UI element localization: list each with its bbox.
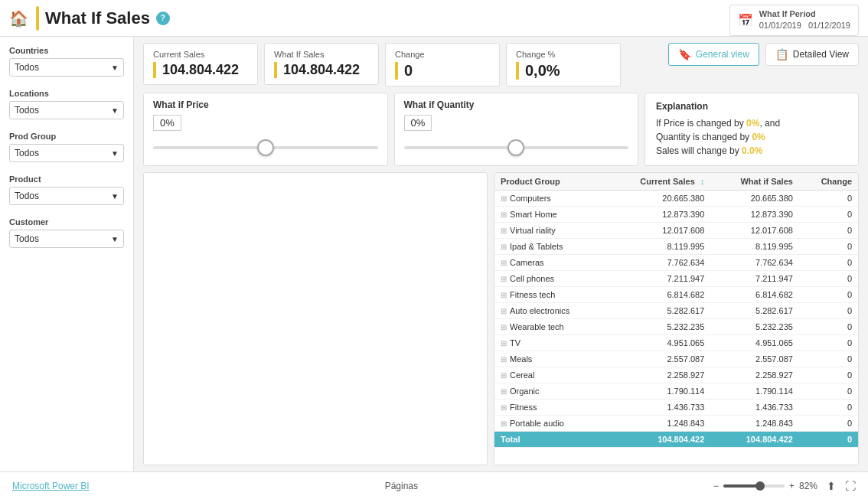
kpi-whatif-sales: What If Sales 104.804.422	[264, 43, 379, 85]
filter-customer-label: Customer	[9, 217, 124, 227]
pages-label: Páginas	[385, 481, 418, 491]
bottom-row: Product Group Current Sales ↕ What if Sa…	[143, 172, 859, 465]
zoom-track[interactable]	[723, 484, 785, 488]
quantity-slider-thumb[interactable]	[507, 139, 524, 156]
fullscreen-icon[interactable]: ⛶	[845, 480, 856, 492]
table-row: ⊞Wearable tech 5.232.235 5.232.235 0	[494, 319, 858, 335]
kpi-row: Current Sales 104.804.422 What If Sales …	[143, 43, 859, 86]
top-bar: 🏠 What If Sales ? 📅 What If Period 01/01…	[0, 0, 868, 37]
table-row: ⊞Cell phones 7.211.947 7.211.947 0	[494, 271, 858, 287]
row-expand-icon: ⊞	[501, 275, 507, 283]
kpi-change: Change 0	[385, 43, 500, 86]
sliders-section: What if Price 0% What if Quantity 0%	[143, 93, 638, 166]
row-expand-icon: ⊞	[501, 323, 507, 331]
calendar-icon: 📅	[738, 13, 753, 28]
col-product-group: Product Group	[494, 173, 605, 191]
kpi-current-sales: Current Sales 104.804.422	[143, 43, 258, 85]
col-whatif-sales: What if Sales	[710, 173, 799, 191]
filter-prodgroup: Prod Group Todos ▼	[9, 132, 124, 162]
row-expand-icon: ⊞	[501, 291, 507, 299]
row-expand-icon: ⊞	[501, 194, 507, 203]
chart-area	[143, 172, 488, 465]
col-change: Change	[799, 173, 858, 191]
filter-prodgroup-label: Prod Group	[9, 132, 124, 141]
footer: Microsoft Power BI Páginas − + 82% ⬆ ⛶	[0, 471, 868, 499]
footer-right: − + 82% ⬆ ⛶	[713, 480, 856, 492]
sort-icon: ↕	[700, 177, 705, 186]
filter-countries-select[interactable]: Todos ▼	[9, 58, 124, 77]
product-table: Product Group Current Sales ↕ What if Sa…	[494, 173, 858, 448]
row-expand-icon: ⊞	[501, 339, 507, 347]
filter-locations-select[interactable]: Todos ▼	[9, 101, 124, 119]
table-row: ⊞Cameras 7.762.634 7.762.634 0	[494, 255, 858, 271]
list-icon: 📋	[775, 48, 788, 60]
table-row: ⊞Auto electronics 5.282.617 5.282.617 0	[494, 303, 858, 319]
home-icon[interactable]: 🏠	[9, 9, 28, 28]
zoom-control: − + 82%	[713, 481, 817, 491]
filter-customer-select[interactable]: Todos ▼	[9, 230, 124, 248]
powerbi-link[interactable]: Microsoft Power BI	[12, 481, 90, 491]
view-buttons: 🔖 General view 📋 Detailed View	[668, 43, 859, 66]
quantity-slider-track[interactable]	[404, 146, 629, 149]
table-row: ⊞Organic 1.790.114 1.790.114 0	[494, 383, 858, 400]
detailed-view-button[interactable]: 📋 Detailed View	[765, 43, 859, 66]
period-label: What If Period	[759, 8, 850, 20]
table-area: Product Group Current Sales ↕ What if Sa…	[494, 172, 859, 465]
general-view-button[interactable]: 🔖 General view	[668, 43, 759, 66]
filter-product-label: Product	[9, 174, 124, 184]
table-row: ⊞Ipad & Tablets 8.119.995 8.119.995 0	[494, 239, 858, 255]
col-current-sales[interactable]: Current Sales ↕	[605, 173, 710, 191]
title-bar: What If Sales ?	[36, 6, 170, 31]
period-widget: 📅 What If Period 01/01/2019 01/12/2019	[729, 5, 859, 36]
chevron-down-icon: ▼	[111, 235, 119, 243]
filter-locations-label: Locations	[9, 89, 124, 98]
filter-product-select[interactable]: Todos ▼	[9, 187, 124, 205]
row-expand-icon: ⊞	[501, 259, 507, 267]
bookmark-icon: 🔖	[678, 48, 691, 60]
table-row: ⊞Meals 2.557.087 2.557.087 0	[494, 351, 858, 367]
main-layout: Countries Todos ▼ Locations Todos ▼ Prod…	[0, 37, 868, 471]
sidebar: Countries Todos ▼ Locations Todos ▼ Prod…	[0, 37, 134, 471]
row-expand-icon: ⊞	[501, 210, 507, 219]
kpi-change-pct: Change % 0,0%	[506, 43, 621, 86]
row-expand-icon: ⊞	[501, 355, 507, 364]
sliders-explanation-row: What if Price 0% What if Quantity 0% Exp…	[143, 93, 859, 166]
filter-prodgroup-select[interactable]: Todos ▼	[9, 144, 124, 162]
chevron-down-icon: ▼	[111, 64, 119, 72]
chevron-down-icon: ▼	[111, 192, 119, 201]
price-slider-track[interactable]	[153, 146, 378, 149]
explanation-card: Explanation If Price is changed by 0%, a…	[644, 93, 859, 166]
table-row: ⊞TV 4.951.065 4.951.065 0	[494, 335, 858, 351]
filter-customer: Customer Todos ▼	[9, 217, 124, 248]
share-icon[interactable]: ⬆	[827, 480, 836, 492]
row-expand-icon: ⊞	[501, 387, 507, 396]
table-total-row: Total 104.804.422 104.804.422 0	[494, 432, 858, 448]
title-accent	[36, 6, 39, 31]
filter-countries: Countries Todos ▼	[9, 46, 124, 77]
page-title: What If Sales	[45, 8, 150, 28]
chevron-down-icon: ▼	[111, 106, 119, 115]
zoom-minus-icon[interactable]: −	[713, 481, 719, 491]
quantity-slider-card: What if Quantity 0%	[394, 93, 639, 166]
chevron-down-icon: ▼	[111, 149, 119, 158]
row-expand-icon: ⊞	[501, 243, 507, 251]
filter-countries-label: Countries	[9, 46, 124, 55]
table-row: ⊞Fitness tech 6.814.682 6.814.682 0	[494, 287, 858, 303]
zoom-thumb[interactable]	[755, 481, 765, 491]
explanation-text: If Price is changed by 0%, and Quantity …	[656, 116, 847, 158]
price-slider-thumb[interactable]	[257, 139, 274, 156]
row-expand-icon: ⊞	[501, 371, 507, 380]
table-scroll[interactable]: Product Group Current Sales ↕ What if Sa…	[494, 173, 858, 465]
info-icon[interactable]: ?	[156, 11, 170, 25]
row-expand-icon: ⊞	[501, 403, 507, 412]
table-row: ⊞Computers 20.665.380 20.665.380 0	[494, 191, 858, 207]
row-expand-icon: ⊞	[501, 307, 507, 315]
row-expand-icon: ⊞	[501, 227, 507, 235]
zoom-value: 82%	[799, 481, 817, 491]
filter-locations: Locations Todos ▼	[9, 89, 124, 119]
table-row: ⊞Virtual riality 12.017.608 12.017.608 0	[494, 223, 858, 239]
table-row: ⊞Portable audio 1.248.843 1.248.843 0	[494, 416, 858, 432]
price-slider-card: What if Price 0%	[143, 93, 388, 166]
zoom-plus-icon[interactable]: +	[789, 481, 795, 491]
table-row: ⊞Cereal 2.258.927 2.258.927 0	[494, 367, 858, 383]
